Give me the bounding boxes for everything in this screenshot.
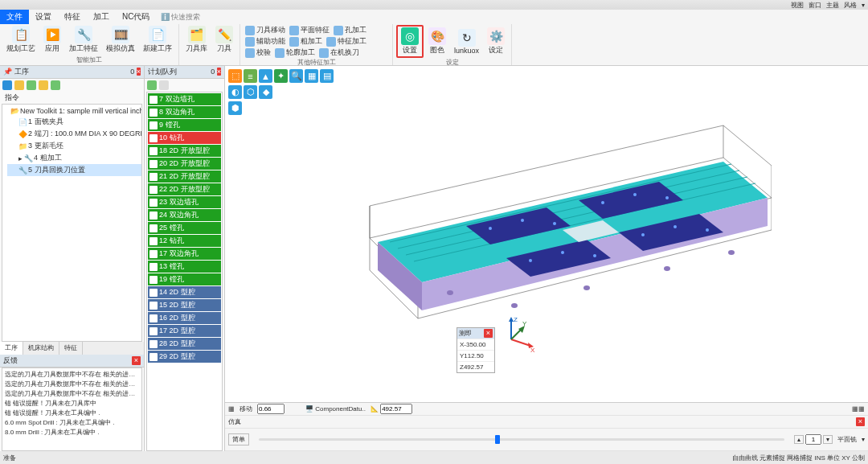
tree-item-5[interactable]: 🔧5 刀具回换刀位置 [7,164,141,176]
menu-tab-settings[interactable]: 设置 [29,10,58,24]
title-opt-1[interactable]: 窗口 [809,1,821,10]
step-up[interactable]: ▴ [794,435,804,444]
sim-slider[interactable] [259,438,784,441]
left-tab-feature[interactable]: 特征 [59,342,83,355]
feedback-list[interactable]: 选定的刀具在刀具数据库中不存在 相关的进给速度和主轴转 选定的刀具在刀具数据库中… [2,368,142,451]
op-row[interactable]: 7 双边墙孔 [148,93,221,105]
step-stepper[interactable]: ▴ ▾ [794,434,833,445]
status-item[interactable]: 公制 [852,454,865,462]
tb-icon[interactable] [147,80,157,90]
op-row[interactable]: 13 镗孔 [148,261,221,273]
step-input[interactable] [805,434,821,445]
grid-icon[interactable]: ▦▦ [852,405,865,413]
ribbon-sm-5[interactable]: 轮廓加工 [273,47,317,58]
workorder-tree[interactable]: 📂New Toolkit 1: sample mill vertical inc… [2,104,142,342]
ribbon-sm-1[interactable]: 辅助功能 [244,36,287,47]
status-item[interactable]: 单位 [827,454,840,462]
op-row[interactable]: 20 2D 开放型腔 [148,158,221,170]
vp-btn-2[interactable]: ▲ [259,69,272,83]
mode-label[interactable]: 平面铣 [837,435,857,444]
op-row[interactable]: 19 镗孔 [148,273,221,285]
op-row[interactable]: 17 2D 型腔 [148,325,221,337]
menu-tab-feature[interactable]: 特征 [58,10,87,24]
ribbon-btn-apply[interactable]: ▶️应用 [40,25,64,55]
title-opt-2[interactable]: 主题 [826,1,839,10]
close-icon[interactable]: × [132,356,141,365]
ribbon-sm-6[interactable]: 孔加工 [332,25,368,35]
tb-icon[interactable] [159,80,169,90]
vp-btn-10[interactable]: ⬢ [228,101,242,115]
ribbon-btn-lunkuox[interactable]: ↻lunkuox [451,25,482,58]
ribbon-btn-setting[interactable]: ⚙️设定 [484,25,508,58]
ribbon-btn-feature[interactable]: 🔧加工特征 [66,25,101,55]
op-row[interactable]: 14 2D 型腔 [148,286,221,298]
op-row[interactable]: 9 镗孔 [148,119,221,131]
status-item[interactable]: 元素捕捉 [760,454,785,462]
vp-btn-6[interactable]: ▤ [320,69,334,83]
tb-icon-4[interactable] [39,80,48,90]
close-icon[interactable]: × [137,68,141,76]
vp-btn-5[interactable]: ▦ [305,69,318,83]
expand-icon[interactable]: ▸ [18,154,23,162]
chevron-down-icon[interactable]: ▾ [862,436,865,443]
coord-input[interactable] [380,404,412,414]
op-row[interactable]: 16 2D 型腔 [148,312,221,324]
chevron-down-icon[interactable]: ▾ [862,2,865,9]
ribbon-btn-plan[interactable]: 📋规划工艺 [3,25,39,55]
ribbon-sm-2[interactable]: 校验 [244,47,272,58]
op-row[interactable]: 17 双边角孔 [148,248,221,260]
op-row[interactable]: 22 2D 开放型腔 [148,183,221,195]
tree-item-2[interactable]: 🔶2 端刀 : 100.0 MM DIA X 90 DEGREE FACE MI… [7,128,141,140]
op-row[interactable]: 28 2D 型腔 [148,338,221,350]
tb-icon-3[interactable] [27,80,36,90]
simple-button[interactable]: 简单 [228,433,249,446]
title-opt-0[interactable]: 视图 [791,1,804,10]
move-input[interactable] [257,404,285,414]
ribbon-btn-setup[interactable]: ◎设置 [396,25,424,58]
left-tab-workorder[interactable]: 工序 [0,342,23,355]
ribbon-btn-newop[interactable]: 📄新建工序 [140,25,175,55]
left-tab-machine[interactable]: 机床结构 [23,342,59,355]
op-row[interactable]: 29 2D 型腔 [148,351,221,363]
op-row[interactable]: 10 钻孔 [148,132,221,144]
op-row[interactable]: 15 2D 型腔 [148,299,221,311]
step-down[interactable]: ▾ [823,435,833,444]
ribbon-sm-8[interactable]: 在机换刀 [317,47,361,58]
tree-item-3[interactable]: 📁3 更新毛坯 [7,140,141,152]
vp-btn-0[interactable]: ⬚ [228,69,242,83]
status-item[interactable]: XY [841,454,850,462]
tb-icon-5[interactable] [51,80,60,90]
op-row[interactable]: 12 钻孔 [148,235,221,247]
menu-tab-file[interactable]: 文件 [0,10,29,24]
grid-icon[interactable]: ▦ [228,405,235,413]
ribbon-sm-7[interactable]: 特征加工 [325,36,368,47]
vp-btn-9[interactable]: ◆ [259,85,272,99]
op-list[interactable]: 7 双边墙孔8 双边角孔9 镗孔10 钻孔18 2D 开放型腔20 2D 开放型… [146,92,223,451]
op-row[interactable]: 21 2D 开放型腔 [148,170,221,183]
vp-btn-7[interactable]: ◐ [228,85,242,99]
tree-item-1[interactable]: 📄1 面铣夹具 [7,116,141,128]
close-icon[interactable]: × [856,417,865,426]
ribbon-sm-0[interactable]: 刀具移动 [244,25,287,35]
menu-tab-nc[interactable]: NC代码 [116,10,156,24]
ribbon-btn-toollib[interactable]: 🗂️刀具库 [182,25,211,55]
vp-btn-8[interactable]: ⬡ [244,85,257,99]
ribbon-btn-color[interactable]: 🎨图色 [425,25,449,58]
slider-thumb[interactable] [495,435,500,444]
close-icon[interactable]: × [217,68,221,76]
ribbon-sm-4[interactable]: 粗加工 [288,36,324,47]
tb-icon-2[interactable] [14,80,24,90]
status-item[interactable]: 网格捕捉 [787,454,813,462]
tree-root[interactable]: 📂New Toolkit 1: sample mill vertical inc… [7,106,141,116]
chip-label[interactable]: ComponentDatu.. [315,405,366,413]
tb-icon-1[interactable] [2,80,12,90]
quick-search[interactable]: ℹ️快速搜索 [161,12,200,23]
op-row[interactable]: 18 2D 开放型腔 [148,145,221,157]
tree-item-4[interactable]: ▸🔧4 粗加工 [7,152,141,164]
title-opt-3[interactable]: 风格 [844,1,857,10]
status-item[interactable]: 自由曲线 [732,454,758,462]
close-icon[interactable]: × [484,329,493,338]
ribbon-btn-tool[interactable]: ✏️刀具 [212,25,236,55]
vp-btn-3[interactable]: ✦ [274,69,288,83]
op-row[interactable]: 8 双边角孔 [148,106,221,118]
